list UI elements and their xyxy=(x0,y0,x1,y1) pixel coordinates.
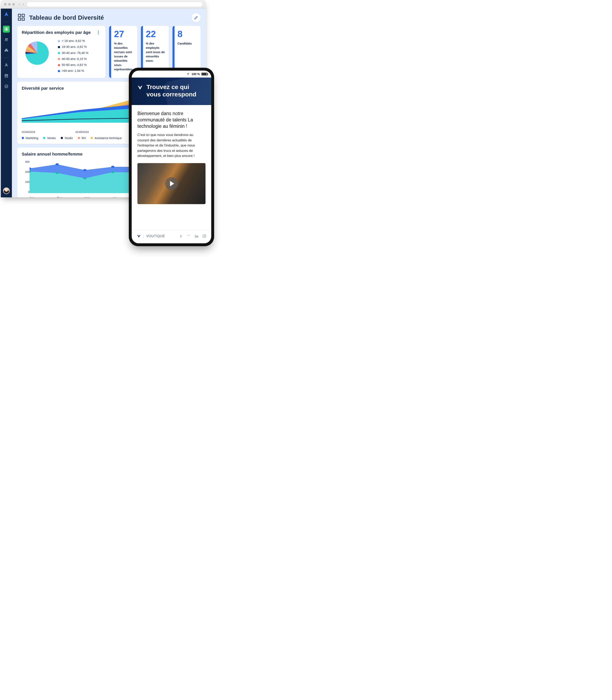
legend-item: Ventes xyxy=(43,136,56,140)
brand-mark-icon xyxy=(137,84,143,91)
nav-arrows-icon[interactable]: ‹ › xyxy=(19,2,25,6)
window-control-close[interactable] xyxy=(4,3,6,5)
x-tick: janv xyxy=(29,196,34,197)
svg-rect-7 xyxy=(5,51,6,51)
x-tick: 01/05/2019 xyxy=(75,131,89,134)
brand-name: VOUTIQUE xyxy=(146,234,165,238)
svg-point-42 xyxy=(204,235,205,237)
card-title-text: Diversité par service xyxy=(22,86,64,91)
legend-item: Studio xyxy=(61,136,73,140)
card-title-text: Salaire annuel homme/femme xyxy=(22,152,82,156)
social-links xyxy=(179,234,206,238)
card-title: Répartition des employés par âge ⋮ xyxy=(22,30,101,35)
hero-title: Trouvez ce qui vous correspond xyxy=(147,83,196,98)
legend-item: Assistance technique xyxy=(91,136,122,140)
svg-point-40 xyxy=(195,235,196,235)
x-tick: avr xyxy=(113,196,116,197)
hero-banner: Trouvez ce qui vous correspond xyxy=(132,78,211,105)
sidebar-item-profile[interactable] xyxy=(3,61,10,69)
wifi-icon xyxy=(186,73,190,76)
svg-rect-6 xyxy=(6,49,7,50)
svg-rect-3 xyxy=(6,29,8,31)
hero-line2: vous correspond xyxy=(147,91,196,98)
stat-label: % des employés sont issus de minorités s… xyxy=(146,41,166,63)
legend-item: 30-40 ans: 78,46 % xyxy=(58,50,88,56)
facebook-icon[interactable] xyxy=(179,234,183,238)
svg-rect-39 xyxy=(195,236,196,238)
edit-button[interactable] xyxy=(192,13,200,22)
app-logo-icon[interactable] xyxy=(3,12,9,18)
x-tick: mars xyxy=(84,196,90,197)
stat-label: Candidats xyxy=(177,41,197,46)
linkedin-icon[interactable] xyxy=(194,234,198,238)
play-icon xyxy=(165,177,178,190)
svg-point-33 xyxy=(83,177,86,179)
legend-item: 18-30 ans: 4,62 % xyxy=(58,44,88,50)
dashboard-icon xyxy=(17,13,25,22)
svg-rect-0 xyxy=(5,28,6,29)
svg-rect-8 xyxy=(7,51,8,51)
card-title-text: Répartition des employés par âge xyxy=(22,30,91,35)
stat-value: 8 xyxy=(177,29,197,39)
y-tick: 100 xyxy=(22,180,29,183)
phone-device: 100 % Trouvez ce qui vous correspond Bie… xyxy=(129,68,214,246)
stat-label: % des nouvelles recrues sont issues de m… xyxy=(114,41,134,72)
legend-item: RH xyxy=(78,136,86,140)
phone-screen: 100 % Trouvez ce qui vous correspond Bie… xyxy=(132,71,211,243)
pencil-icon xyxy=(194,15,198,20)
instagram-icon[interactable] xyxy=(202,234,206,238)
page-title: Tableau de bord Diversité xyxy=(29,14,104,21)
page-header: Tableau de bord Diversité xyxy=(17,13,200,22)
stat-value: 27 xyxy=(114,29,134,39)
svg-text:31: 31 xyxy=(5,76,7,77)
y-tick: 0 xyxy=(22,190,29,193)
svg-rect-2 xyxy=(5,29,6,31)
svg-rect-13 xyxy=(18,14,21,17)
browser-toolbar: ‹ › xyxy=(1,0,206,9)
legend-item: 50-60 ans: 4,62 % xyxy=(58,62,88,68)
sidebar-item-tasks[interactable] xyxy=(3,83,10,90)
hero-line1: Trouvez ce qui xyxy=(147,83,189,90)
sidebar-item-people[interactable] xyxy=(3,36,10,43)
window-control-minimize[interactable] xyxy=(8,3,11,5)
pie-chart xyxy=(22,38,53,69)
x-tick: 01/04/2019 xyxy=(22,131,35,134)
video-thumbnail[interactable] xyxy=(137,163,206,204)
user-avatar[interactable] xyxy=(3,188,10,194)
svg-point-25 xyxy=(56,163,59,165)
sidebar-item-calendar[interactable]: 31 xyxy=(3,72,10,79)
svg-point-34 xyxy=(111,171,114,173)
legend-item: Marketing xyxy=(22,136,38,140)
legend-item: 40-50 ans: 6,15 % xyxy=(58,56,88,62)
card-menu-icon[interactable]: ⋮ xyxy=(96,30,101,35)
brand-mark-icon xyxy=(137,234,141,238)
y-tick: 300 xyxy=(22,160,29,163)
sidebar-item-dashboard[interactable] xyxy=(3,26,10,32)
sidebar-item-org[interactable] xyxy=(3,47,10,54)
salary-y-axis: 3002001000 xyxy=(22,160,29,197)
mobile-body: Bienvenue dans notre communauté de talen… xyxy=(132,105,211,230)
legend-item: < 18 ans: 4,62 % xyxy=(58,38,88,44)
left-sidebar: 31 xyxy=(1,9,12,197)
stat-value: 22 xyxy=(146,29,166,39)
address-bar[interactable] xyxy=(26,2,203,7)
svg-point-26 xyxy=(83,169,86,171)
svg-point-32 xyxy=(56,172,59,174)
svg-rect-14 xyxy=(22,14,24,17)
svg-point-12 xyxy=(5,85,8,88)
mobile-footer: | VOUTIQUE xyxy=(132,230,211,243)
svg-point-5 xyxy=(7,39,8,39)
twitter-icon[interactable] xyxy=(186,234,191,238)
svg-rect-15 xyxy=(18,18,21,20)
svg-point-43 xyxy=(205,235,206,235)
svg-point-9 xyxy=(6,64,7,65)
svg-rect-1 xyxy=(6,28,8,29)
card-age-distribution: Répartition des employés par âge ⋮ xyxy=(17,26,106,78)
pie-legend: < 18 ans: 4,62 %18-30 ans: 4,62 %30-40 a… xyxy=(58,38,88,74)
svg-point-4 xyxy=(5,39,6,40)
svg-rect-16 xyxy=(22,18,24,20)
x-tick: févr xyxy=(57,196,61,197)
mobile-paragraph: C'est ici que nous vous tiendrons au cou… xyxy=(137,132,206,159)
legend-item: >60 ans: 1,54 % xyxy=(58,68,88,74)
window-control-maximize[interactable] xyxy=(12,3,15,5)
